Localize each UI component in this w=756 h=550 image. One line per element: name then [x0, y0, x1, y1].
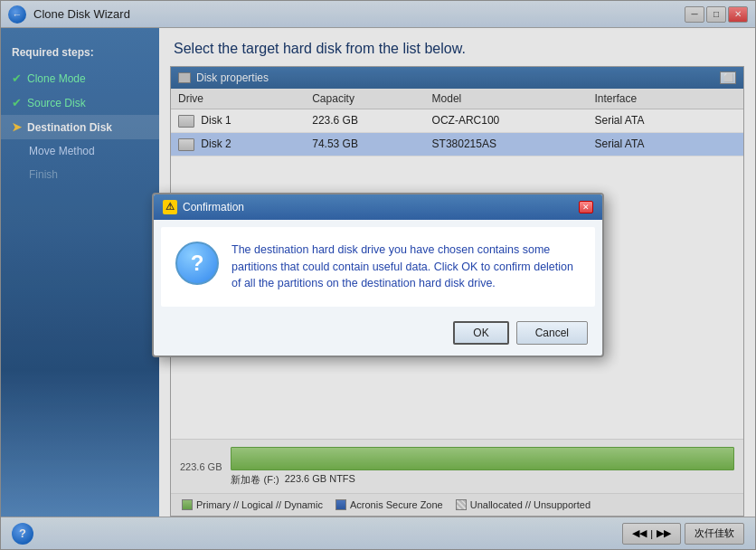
modal-footer: OK Cancel — [154, 314, 602, 356]
modal-body: ? The destination hard disk drive you ha… — [161, 227, 595, 307]
modal-title-bar: ⚠ Confirmation ✕ — [154, 194, 602, 220]
ok-button[interactable]: OK — [453, 321, 508, 345]
modal-close-button[interactable]: ✕ — [579, 201, 593, 213]
confirmation-dialog: ⚠ Confirmation ✕ ? The destination hard … — [152, 193, 604, 357]
cancel-button[interactable]: Cancel — [516, 321, 588, 345]
modal-title: ⚠ Confirmation — [163, 200, 244, 214]
modal-title-text: Confirmation — [183, 201, 244, 213]
modal-overlay: ⚠ Confirmation ✕ ? The destination hard … — [0, 0, 756, 550]
warning-icon: ⚠ — [163, 200, 177, 214]
modal-info-icon: ? — [175, 242, 219, 285]
modal-message: The destination hard disk drive you have… — [232, 242, 581, 292]
